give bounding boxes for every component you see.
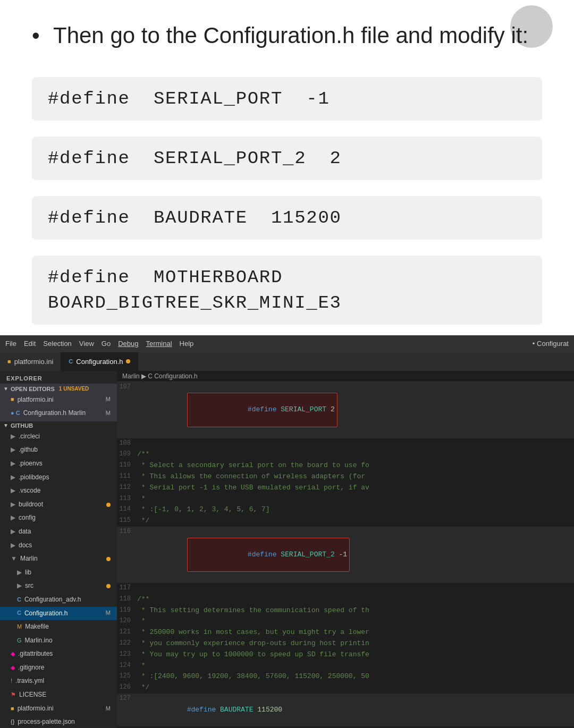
configuration-h-open-icon: ● C <box>11 408 20 419</box>
sidebar-item-makefile[interactable]: M Makefile <box>0 620 117 634</box>
open-editors-group[interactable]: ▼ OPEN EDITORS 1 UNSAVED <box>0 385 117 393</box>
sidebar-marlin-ino-label: Marlin.ino <box>25 635 53 647</box>
menu-file[interactable]: File <box>5 340 16 348</box>
tab-platformio-label: platformio.ini <box>14 358 54 366</box>
vscode-menu[interactable]: File Edit Selection View Go Debug Termin… <box>5 340 193 348</box>
sidebar-item-circleci[interactable]: ▶ .circleci <box>0 430 117 444</box>
github-arrow: ▼ <box>3 422 9 428</box>
line-number-124: 124 <box>117 661 137 671</box>
editor-area: Marlin ▶ C Configuration.h 107 #define S… <box>117 371 574 728</box>
sidebar-item-license[interactable]: ⚑ LICENSE <box>0 688 117 702</box>
sidebar-circleci-label: .circleci <box>19 431 40 443</box>
sidebar-item-configuration-h-open[interactable]: ● C Configuration.h Marlin M <box>0 407 117 420</box>
folder-arrow-vscode: ▶ <box>11 485 15 497</box>
open-editors-label: OPEN EDITORS <box>11 386 55 392</box>
line-content-117 <box>137 583 574 594</box>
sidebar-item-marlin-ino[interactable]: G Marlin.ino <box>0 634 117 648</box>
editor-line-111: 111 * This allows the connection of wire… <box>117 471 574 482</box>
menu-debug[interactable]: Debug <box>118 340 138 348</box>
platformio-ini-root-icon: ■ <box>11 704 14 714</box>
sidebar-item-buildroot[interactable]: ▶ buildroot <box>0 498 117 512</box>
travis-icon: ! <box>11 676 12 687</box>
instruction-text: Then go to the Configuration.h file and … <box>32 21 542 50</box>
line-content-123: * You may try up to 1000000 to speed up … <box>137 649 574 661</box>
sidebar-item-github[interactable]: ▶ .github <box>0 443 117 457</box>
line-content-127: #define BAUDRATE 115200 <box>137 693 574 726</box>
sidebar-item-gitattributes[interactable]: ◆ .gitattributes <box>0 647 117 661</box>
menu-go[interactable]: Go <box>102 340 111 348</box>
line-content-115: */ <box>137 515 574 527</box>
line-number-123: 123 <box>117 649 137 659</box>
line-number-120: 120 <box>117 616 137 626</box>
menu-edit[interactable]: Edit <box>24 340 36 348</box>
sidebar-item-process-palette[interactable]: {} process-palette.json <box>0 715 117 728</box>
github-group[interactable]: ▼ GITHUB <box>0 421 117 430</box>
sidebar-buildroot-label: buildroot <box>19 499 43 511</box>
code-editor[interactable]: 107 #define SERIAL_PORT 2 108 109 /** <box>117 382 574 728</box>
line-content-121: * 250000 works in most cases, but you mi… <box>137 627 574 638</box>
sidebar-explorer-title: EXPLORER <box>0 371 117 384</box>
editor-line-120: 120 * <box>117 616 574 627</box>
sidebar-item-platformio-ini-root[interactable]: ■ platformio.ini M <box>0 702 117 716</box>
open-editors-section: ▼ OPEN EDITORS 1 UNSAVED ■ platformio.in… <box>0 384 117 421</box>
line-content-116: #define SERIAL_PORT_2 -1 <box>137 527 574 583</box>
gitattributes-icon: ◆ <box>11 649 15 659</box>
sidebar-item-vscode[interactable]: ▶ .vscode <box>0 484 117 498</box>
line-content-111: * This allows the connection of wireless… <box>137 471 574 482</box>
folder-arrow-piolibdeps: ▶ <box>11 472 15 484</box>
sidebar-item-lib[interactable]: ▶ lib <box>0 566 117 580</box>
editor-line-110: 110 * Select a secondary serial port on … <box>117 460 574 471</box>
sidebar-item-pioenvs[interactable]: ▶ .pioenvs <box>0 457 117 471</box>
line-content-109: /** <box>137 449 574 460</box>
menu-terminal[interactable]: Terminal <box>146 340 172 348</box>
line-number-111: 111 <box>117 471 137 481</box>
sidebar-item-configuration-h[interactable]: C Configuration.h M <box>0 607 117 621</box>
line-number-126: 126 <box>117 682 137 692</box>
code-block-serial-port-2: #define SERIAL_PORT_2 2 <box>32 137 542 180</box>
sidebar-item-piolibdeps[interactable]: ▶ .piolibdeps <box>0 471 117 485</box>
line-number-122: 122 <box>117 638 137 648</box>
config-h-icon: C <box>17 608 21 619</box>
code-block-serial-port: #define SERIAL_PORT -1 <box>32 77 542 121</box>
sidebar-travis-yml-label: .travis.yml <box>15 675 44 687</box>
folder-arrow-pioenvs: ▶ <box>11 458 15 470</box>
editor-line-126: 126 */ <box>117 682 574 693</box>
folder-arrow-src: ▶ <box>17 580 22 592</box>
line-content-113: * <box>137 494 574 505</box>
line-number-117: 117 <box>117 583 137 593</box>
menu-help[interactable]: Help <box>180 340 194 348</box>
sidebar-item-travis-yml[interactable]: ! .travis.yml <box>0 674 117 688</box>
platformio-ini-root-badge: M <box>106 704 111 714</box>
marlin-dot <box>106 557 111 561</box>
sidebar-item-marlin[interactable]: ▼ Marlin <box>0 552 117 566</box>
sidebar-item-gitignore[interactable]: ◆ .gitignore <box>0 661 117 675</box>
line-number-116: 116 <box>117 527 137 537</box>
line-content-108 <box>137 438 574 450</box>
vscode-title-text: • Configurat <box>533 340 569 348</box>
sidebar-item-docs[interactable]: ▶ docs <box>0 539 117 553</box>
sidebar-item-data[interactable]: ▶ data <box>0 525 117 539</box>
editor-line-127: 127 #define BAUDRATE 115200 <box>117 693 574 726</box>
menu-view[interactable]: View <box>79 340 94 348</box>
editor-line-109: 109 /** <box>117 449 574 460</box>
folder-arrow-buildroot: ▶ <box>11 499 15 511</box>
line-number-112: 112 <box>117 482 137 493</box>
menu-selection[interactable]: Selection <box>43 340 71 348</box>
line-content-124: * <box>137 661 574 672</box>
line-content-125: * :[2400, 9600, 19200, 38400, 57600, 115… <box>137 671 574 682</box>
editor-line-116: 116 #define SERIAL_PORT_2 -1 <box>117 527 574 583</box>
folder-arrow-config: ▶ <box>11 512 15 524</box>
sidebar-item-platformio-ini[interactable]: ■ platformio.ini M <box>0 393 117 407</box>
sidebar-lib-label: lib <box>25 567 31 579</box>
sidebar-item-configuration-adv-h[interactable]: C Configuration_adv.h <box>0 593 117 607</box>
tab-platformio[interactable]: ■ platformio.ini <box>0 352 61 371</box>
line-content-122: * you commonly experience drop-outs duri… <box>137 638 574 649</box>
line-number-114: 114 <box>117 504 137 514</box>
gitignore-icon: ◆ <box>11 663 15 673</box>
sidebar-item-src[interactable]: ▶ src <box>0 579 117 593</box>
tab-configuration-h[interactable]: C Configuration.h <box>61 352 138 371</box>
sidebar-item-config[interactable]: ▶ config <box>0 511 117 525</box>
sidebar-pioenvs-label: .pioenvs <box>19 458 43 470</box>
line-number-110: 110 <box>117 460 137 470</box>
editor-line-117: 117 <box>117 583 574 594</box>
